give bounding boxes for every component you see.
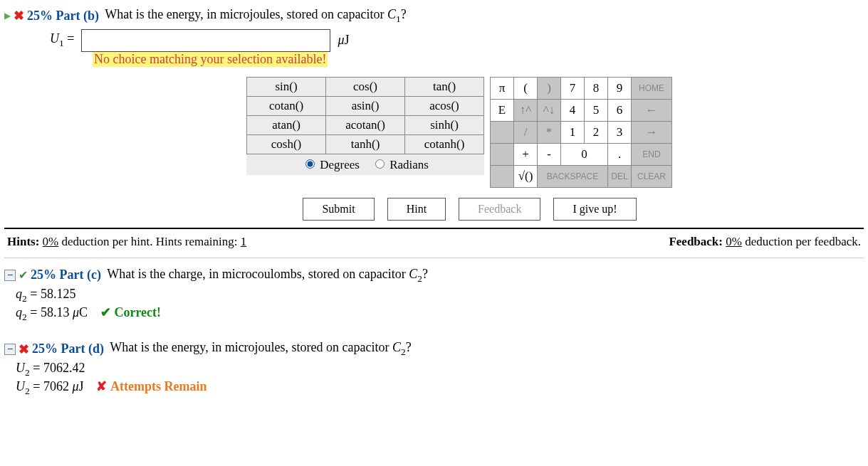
key-2[interactable]: 2	[585, 121, 608, 143]
hint-button[interactable]: Hint	[387, 198, 446, 221]
key-mul[interactable]: *	[538, 121, 561, 143]
key-up[interactable]: ↑^	[514, 99, 538, 121]
key-blank1	[491, 121, 514, 143]
key-8[interactable]: 8	[585, 77, 608, 99]
giveup-button[interactable]: I give up!	[553, 198, 636, 221]
submit-button[interactable]: Submit	[303, 198, 374, 221]
part-c-header: − ✔ 25% Part (c) What is the charge, in …	[4, 267, 864, 285]
feedback-info: Feedback: 0% deduction per feedback.	[669, 235, 861, 249]
keypad: sin() cos() tan() cotan() asin() acos() …	[246, 77, 864, 188]
key-e[interactable]: E	[491, 99, 514, 121]
action-buttons: Submit Hint Feedback I give up!	[75, 198, 864, 221]
part-b-question: What is the energy, in microjoules, stor…	[102, 7, 407, 25]
key-9[interactable]: 9	[608, 77, 632, 99]
key-asin[interactable]: asin()	[326, 96, 405, 115]
feedback-button[interactable]: Feedback	[459, 198, 540, 221]
key-left[interactable]: ←	[632, 99, 672, 121]
key-1[interactable]: 1	[561, 121, 585, 143]
part-b-label: 25% Part (b)	[27, 9, 99, 23]
key-sqrt[interactable]: √()	[514, 165, 538, 187]
answer-unit: μJ	[338, 33, 349, 48]
part-d-line2: U2 = 7062 μJ ✘ Attempts Remain	[16, 378, 864, 397]
x-icon: ✖	[14, 8, 24, 23]
key-acotan[interactable]: acotan()	[326, 115, 405, 134]
part-d-header: − ✖ 25% Part (d) What is the energy, in …	[4, 340, 864, 358]
key-cosh[interactable]: cosh()	[247, 134, 326, 154]
part-b-name: Part (b)	[56, 9, 99, 23]
key-tanh[interactable]: tanh()	[326, 134, 405, 154]
divider-light	[4, 258, 864, 258]
answer-var: U1 =	[50, 31, 74, 49]
key-4[interactable]: 4	[561, 99, 585, 121]
key-cotanh[interactable]: cotanh()	[405, 134, 484, 154]
degrees-radio[interactable]: Degrees	[302, 158, 360, 171]
key-backspace[interactable]: BACKSPACE	[538, 165, 608, 187]
key-0[interactable]: 0	[561, 143, 608, 165]
part-c-line1: q2 = 58.125	[16, 287, 864, 305]
func-keypad: sin() cos() tan() cotan() asin() acos() …	[246, 77, 484, 188]
part-b-percent: 25%	[27, 9, 53, 23]
key-minus[interactable]: -	[538, 143, 561, 165]
hints-feedback-row: Hints: 0% deduction per hint. Hints rema…	[4, 233, 864, 255]
key-home[interactable]: HOME	[632, 77, 672, 99]
expand-icon[interactable]: ▶	[4, 11, 11, 21]
key-sinh[interactable]: sinh()	[405, 115, 484, 134]
radians-radio[interactable]: Radians	[372, 158, 429, 171]
part-d-line1: U2 = 7062.42	[16, 361, 864, 378]
correct-label: Correct!	[114, 305, 161, 319]
key-5[interactable]: 5	[585, 99, 608, 121]
part-c-label: 25% Part (c)	[31, 268, 101, 282]
key-lparen[interactable]: (	[514, 77, 538, 99]
collapse-icon[interactable]: −	[4, 270, 16, 281]
key-3[interactable]: 3	[608, 121, 632, 143]
key-sin[interactable]: sin()	[247, 77, 326, 96]
key-blank3	[491, 165, 514, 187]
key-div[interactable]: /	[514, 121, 538, 143]
key-pi[interactable]: π	[491, 77, 514, 99]
x-icon: ✘	[96, 379, 107, 393]
part-c-question: What is the charge, in microcoulombs, st…	[104, 267, 428, 285]
collapse-icon[interactable]: −	[4, 344, 16, 355]
key-7[interactable]: 7	[561, 77, 585, 99]
answer-input[interactable]	[81, 29, 330, 52]
key-acos[interactable]: acos()	[405, 96, 484, 115]
key-clear[interactable]: CLEAR	[632, 165, 672, 187]
part-d-label: 25% Part (d)	[32, 341, 104, 356]
key-blank2	[491, 143, 514, 165]
key-tan[interactable]: tan()	[405, 77, 484, 96]
key-del[interactable]: DEL	[608, 165, 632, 187]
attempts-label: Attempts Remain	[110, 379, 206, 393]
key-cotan[interactable]: cotan()	[247, 96, 326, 115]
key-cos[interactable]: cos()	[326, 77, 405, 96]
part-d-question: What is the energy, in microjoules, stor…	[107, 340, 412, 358]
key-dot[interactable]: .	[608, 143, 632, 165]
check-icon: ✔	[19, 268, 28, 282]
warning-banner: No choice matching your selection availa…	[93, 52, 328, 67]
num-keypad: π ( ) 7 8 9 HOME E ↑^ ^↓ 4 5 6 ← / * 1 2…	[490, 77, 672, 188]
x-icon: ✖	[19, 341, 29, 357]
angle-mode: Degrees Radians	[247, 154, 484, 175]
part-c-line2: q2 = 58.13 μC ✔ Correct!	[16, 305, 864, 323]
key-atan[interactable]: atan()	[247, 115, 326, 134]
key-right[interactable]: →	[632, 121, 672, 143]
part-b-header: ▶ ✖ 25% Part (b) What is the energy, in …	[4, 7, 864, 25]
key-end[interactable]: END	[632, 143, 672, 165]
hints-info: Hints: 0% deduction per hint. Hints rema…	[7, 235, 246, 249]
key-plus[interactable]: +	[514, 143, 538, 165]
check-icon: ✔	[100, 305, 111, 319]
key-rparen[interactable]: )	[538, 77, 561, 99]
key-6[interactable]: 6	[608, 99, 632, 121]
key-down[interactable]: ^↓	[538, 99, 561, 121]
divider	[4, 228, 864, 229]
answer-row: U1 = μJ	[50, 29, 864, 52]
